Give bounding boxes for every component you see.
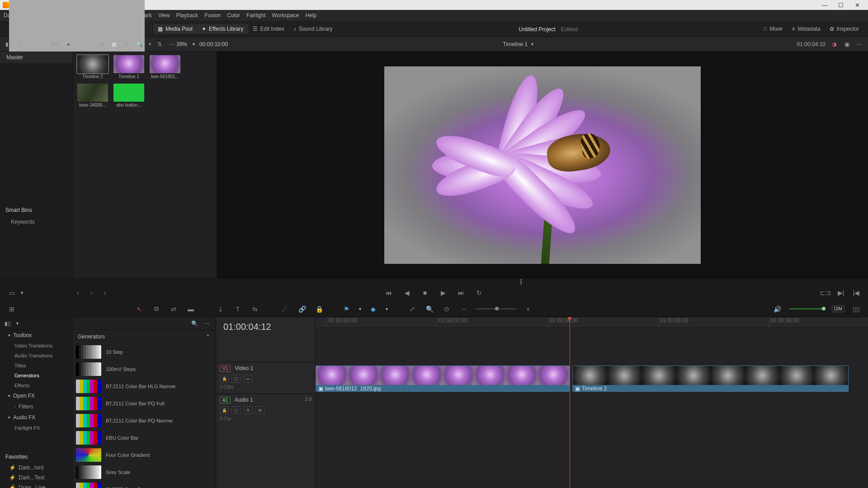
viewer-scrubber[interactable]: [0, 278, 868, 285]
zoom-slider[interactable]: [476, 308, 516, 310]
sound-library-button[interactable]: ♪ Sound Library: [289, 24, 337, 34]
track-auto-select-v1[interactable]: ▢: [231, 375, 241, 383]
edit-index-button[interactable]: ☰ Edit Index: [248, 24, 289, 34]
bypass-grade-button[interactable]: ◑: [830, 41, 838, 47]
generator-item[interactable]: 10 Step: [72, 343, 216, 361]
bin-breadcrumb[interactable]: Ma...: [50, 41, 62, 47]
favorite-item[interactable]: ⚡Dark...Text: [0, 473, 72, 483]
match-frame-prev[interactable]: ‹: [72, 288, 83, 297]
track-lock-v1[interactable]: 🔒: [220, 375, 229, 383]
go-first-button[interactable]: ⏮: [383, 288, 394, 297]
toolbox-audio-transitions[interactable]: Audio Transitions: [0, 351, 72, 361]
search-button[interactable]: 🔍: [135, 41, 143, 47]
view-thumb-button[interactable]: ▦: [110, 41, 118, 47]
generators-search-button[interactable]: 🔍: [190, 320, 198, 327]
overwrite-clip-button[interactable]: ⤒: [232, 305, 243, 314]
track-header-a1[interactable]: A1 Audio 1 2.0 🔒 ▢ S M 0 Clip: [216, 394, 315, 425]
collapse-icon[interactable]: ⌃: [206, 333, 210, 340]
metadata-button[interactable]: ≡ Metadata: [788, 24, 825, 34]
play-button[interactable]: ▶: [438, 288, 448, 297]
viewer-options-button[interactable]: ⋯: [855, 41, 863, 47]
nav-fwd-button[interactable]: ›: [38, 41, 46, 47]
toolbox-group-toolbox[interactable]: ▾Toolbox: [0, 330, 72, 341]
media-thumb[interactable]: bee-561801...: [149, 55, 181, 79]
generator-item[interactable]: BT.2111 Color Bar PQ Full: [72, 395, 216, 412]
menu-color[interactable]: Color: [227, 12, 240, 19]
zoom-percent[interactable]: 39%: [176, 41, 187, 47]
timeline-clip[interactable]: ▣bee-5618012_1920.jpg: [316, 366, 570, 392]
timeline-area[interactable]: 01:00:00:00 01:00:02:00 01:00:04:00 01:0…: [316, 317, 868, 488]
media-thumb[interactable]: Timeline 1: [113, 55, 145, 79]
insert-clip-button[interactable]: ⤓: [215, 305, 226, 314]
media-pool-button[interactable]: ▦ Media Pool: [153, 24, 197, 34]
timeline-name[interactable]: Timeline 1: [503, 41, 528, 47]
match-frame-next[interactable]: ›: [99, 288, 110, 297]
media-thumb[interactable]: Timeline 2: [77, 55, 108, 79]
track-enable-v1[interactable]: ▭: [244, 375, 253, 383]
smart-bin-keywords[interactable]: Keywords: [0, 217, 73, 227]
timeline-ruler[interactable]: 01:00:00:00 01:00:02:00 01:00:04:00 01:0…: [316, 317, 868, 328]
selection-tool[interactable]: ↖: [134, 305, 145, 314]
favorite-item[interactable]: ⚡Dark...hird: [0, 463, 72, 473]
link-button[interactable]: 🔗: [297, 305, 307, 314]
flag-button[interactable]: ⚑: [341, 305, 352, 314]
toolbox-group-openfx[interactable]: ▾Open FX: [0, 390, 72, 401]
view-filmstrip-button[interactable]: ▤: [97, 41, 105, 47]
chevron-down-icon[interactable]: ▾: [531, 42, 533, 47]
match-frame[interactable]: ◦: [86, 288, 97, 297]
timeline-clip[interactable]: ▣Timeline 2: [572, 366, 849, 392]
track-mute-a1[interactable]: M: [255, 406, 264, 414]
track-badge-v1[interactable]: V1: [220, 365, 231, 372]
inspector-button[interactable]: ✿ Inspector: [825, 24, 863, 34]
effects-library-button[interactable]: ✦ Effects Library: [197, 24, 248, 34]
menu-help[interactable]: Help: [305, 12, 316, 19]
generator-item[interactable]: Four Color Gradient: [72, 446, 216, 464]
track-solo-a1[interactable]: S: [244, 406, 253, 414]
toolbox-group-audiofx[interactable]: ▾Audio FX: [0, 412, 72, 423]
playhead[interactable]: [570, 317, 570, 488]
blade-tool[interactable]: ▬: [185, 305, 196, 314]
media-thumb[interactable]: bear-34006...: [77, 84, 108, 108]
dynamic-trim-tool[interactable]: ⇄: [168, 305, 179, 314]
track-header-v1[interactable]: V1 Video 1 🔒 ▢ ▭ 2 Clips: [216, 362, 315, 394]
track-lock-a1[interactable]: 🔒: [220, 406, 229, 414]
generator-item[interactable]: Grey Scale: [72, 464, 216, 481]
generators-options-button[interactable]: ⋯: [203, 320, 211, 327]
replace-clip-button[interactable]: ⇆: [250, 305, 260, 314]
track-badge-a1[interactable]: A1: [220, 397, 231, 404]
toolbox-titles[interactable]: Titles: [0, 361, 72, 371]
retime-button[interactable]: ☄: [279, 305, 290, 314]
master-bin[interactable]: Master: [0, 52, 73, 63]
transform-overlay-button[interactable]: ▭: [6, 288, 17, 297]
zoom-custom-button[interactable]: ⊙: [441, 305, 452, 314]
zoom-in-button[interactable]: +: [523, 305, 533, 314]
menu-view[interactable]: View: [158, 12, 170, 19]
toolbox-generators[interactable]: Generators: [0, 371, 72, 380]
scrubber-playhead[interactable]: [521, 279, 521, 285]
zoom-full-button[interactable]: ⤢: [407, 305, 418, 314]
menu-fairlight[interactable]: Fairlight: [246, 12, 266, 19]
volume-slider[interactable]: [789, 308, 826, 310]
menu-playback[interactable]: Playback: [176, 12, 198, 19]
generator-item[interactable]: SMPTE Color Bar: [72, 481, 216, 488]
audio-monitor-button[interactable]: 🔊: [772, 305, 783, 314]
maximize-button[interactable]: ☐: [833, 2, 849, 9]
go-next-clip-button[interactable]: ▶|: [835, 288, 846, 297]
close-button[interactable]: ✕: [849, 2, 865, 9]
stop-button[interactable]: ■: [420, 288, 430, 297]
minimize-button[interactable]: —: [816, 2, 833, 9]
in-out-button[interactable]: ⊏⊐: [820, 288, 831, 297]
marker-button[interactable]: ◆: [368, 305, 378, 314]
generator-item[interactable]: BT.2111 Color Bar HLG Narrow: [72, 378, 216, 395]
loop-button[interactable]: ↻: [474, 288, 485, 297]
media-thumb[interactable]: abo button...: [113, 84, 145, 108]
toolbox-effects[interactable]: Effects: [0, 380, 72, 390]
trim-tool[interactable]: ⧉: [151, 305, 162, 314]
mixer-button[interactable]: ⎍ Mixer: [759, 24, 787, 34]
timeline-view-options-button[interactable]: ⊞: [6, 305, 17, 314]
menu-fusion[interactable]: Fusion: [204, 12, 221, 19]
dim-button[interactable]: DIM: [832, 305, 844, 312]
toolbox-video-transitions[interactable]: Video Transitions: [0, 341, 72, 351]
sort-button[interactable]: ⇅: [156, 41, 164, 47]
go-last-button[interactable]: ⏭: [456, 288, 467, 297]
